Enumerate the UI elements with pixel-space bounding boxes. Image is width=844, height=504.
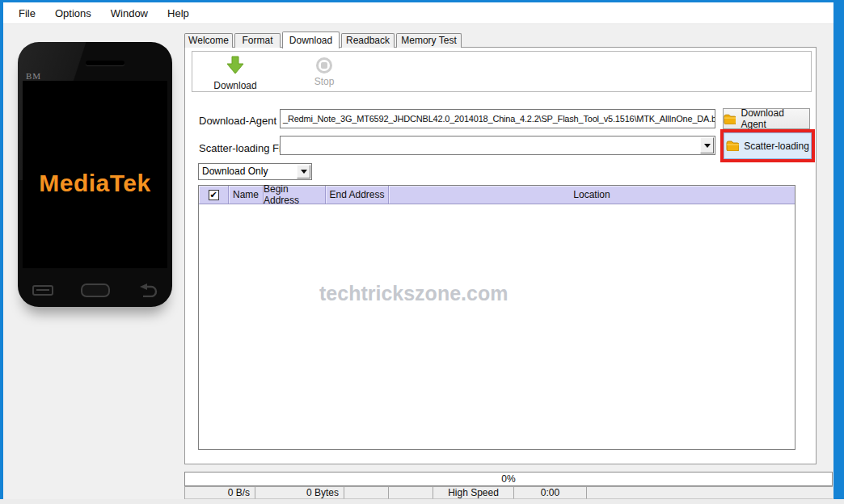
tab-welcome[interactable]: Welcome [184, 33, 233, 48]
download-tool-button[interactable]: Download [199, 56, 272, 91]
scatter-loading-button-label: Scatter-loading [744, 141, 809, 152]
download-agent-button-label: Download Agent [741, 107, 809, 130]
scatter-file-label: Scatter-loading File [199, 142, 289, 154]
download-agent-label: Download-Agent [199, 115, 276, 127]
table-header-begin-address[interactable]: Begin Address [264, 186, 326, 204]
mode-select-value: Download Only [199, 164, 297, 179]
status-cell-4 [389, 487, 433, 499]
stop-tool-label: Stop [288, 76, 361, 87]
download-icon [226, 56, 244, 74]
table-header-checkbox-cell: ✔ [199, 186, 229, 204]
partition-table: ✔ Name Begin Address End Address Locatio… [198, 185, 795, 450]
phone-brand-text: MediaTek [23, 170, 167, 197]
toolbar: Download Stop [192, 51, 812, 92]
download-agent-button[interactable]: Download Agent [723, 108, 810, 129]
tab-memory-test[interactable]: Memory Test [396, 33, 462, 48]
window-border-left [0, 0, 3, 499]
window-border-right [833, 0, 844, 499]
back-key-icon [137, 283, 158, 297]
scatter-file-dropdown-button[interactable] [700, 137, 714, 153]
menu-item-help[interactable]: Help [158, 4, 198, 23]
app-window: File Options Window Help BM MediaTek [0, 0, 844, 504]
tab-format[interactable]: Format [234, 33, 281, 48]
scatter-file-combobox[interactable] [280, 136, 715, 155]
table-header-name[interactable]: Name [229, 186, 264, 204]
window-bottom-strip [0, 499, 844, 504]
home-key-icon [81, 284, 110, 297]
menubar: File Options Window Help [3, 2, 833, 24]
phone-corner-label: BM [26, 71, 41, 81]
scatter-loading-button[interactable]: Scatter-loading [724, 132, 812, 159]
stop-tool-button[interactable]: Stop [288, 56, 361, 87]
menu-key-icon [32, 285, 53, 296]
table-header-row: ✔ Name Begin Address End Address Locatio… [199, 186, 795, 204]
earpiece-icon [86, 61, 124, 65]
status-cell-7 [587, 487, 833, 499]
tab-download[interactable]: Download [282, 32, 340, 48]
mode-select[interactable]: Download Only [198, 163, 312, 180]
stop-icon [316, 57, 332, 74]
status-connection-mode: High Speed [433, 487, 514, 499]
menu-item-window[interactable]: Window [102, 4, 157, 23]
table-body [199, 204, 795, 451]
folder-icon [724, 114, 736, 124]
dropdown-arrow-icon [704, 144, 711, 148]
watermark-text: techtrickszone.com [319, 282, 508, 305]
statusbar: 0 B/s 0 Bytes High Speed 0:00 [184, 486, 833, 499]
status-cell-3 [344, 487, 389, 499]
tabbar: Welcome Format Download Readback Memory … [184, 31, 462, 48]
tab-readback[interactable]: Readback [341, 33, 395, 48]
menu-item-file[interactable]: File [10, 4, 44, 23]
phone-screen: MediaTek [23, 81, 167, 268]
dropdown-arrow-icon [301, 170, 307, 174]
highlight-box: Scatter-loading [720, 129, 815, 162]
progress-bar: 0% [184, 472, 833, 486]
menu-item-options[interactable]: Options [46, 4, 100, 23]
tab-panel: Download Stop Download-Agent _Redmi_Note… [184, 47, 817, 464]
download-tool-label: Download [199, 80, 272, 91]
phone-graphic: BM MediaTek [18, 42, 172, 307]
table-header-location[interactable]: Location [389, 186, 795, 204]
select-all-checkbox[interactable]: ✔ [209, 190, 219, 200]
phone-nav-keys [18, 276, 172, 304]
folder-icon [726, 141, 739, 151]
status-bytes: 0 Bytes [255, 487, 344, 499]
table-header-end-address[interactable]: End Address [326, 186, 389, 204]
mode-select-dropdown-button[interactable] [297, 165, 310, 178]
download-agent-input[interactable]: _Redmi_Note_3G_MT6592_JHDCNBL42.0_201401… [280, 109, 715, 128]
status-time: 0:00 [514, 487, 587, 499]
status-speed: 0 B/s [185, 487, 255, 499]
